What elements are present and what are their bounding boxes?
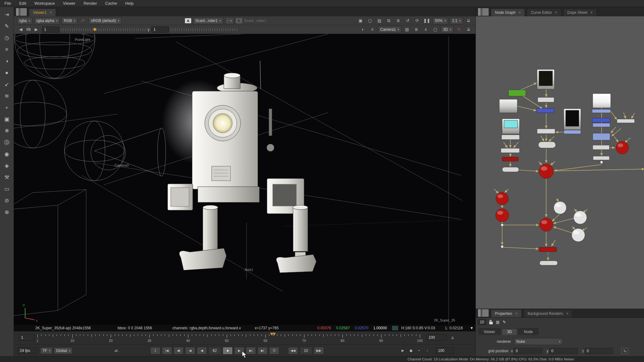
green-node[interactable] [508, 90, 526, 96]
read-node[interactable] [564, 109, 581, 130]
export-icon[interactable]: ↓ [425, 348, 430, 353]
wipe-icon[interactable]: ⧉ [385, 18, 392, 24]
gamma-display-icon[interactable]: ▢ [366, 18, 374, 24]
hide-panels-icon[interactable]: ▧ [496, 320, 499, 324]
range-end-input[interactable]: 100 [436, 348, 454, 354]
tf-select[interactable]: TF▾ [40, 347, 53, 354]
elbow-dot[interactable] [600, 161, 603, 163]
collapse-toolbar-icon[interactable]: ⇊ [465, 18, 472, 24]
checkerboard-icon[interactable]: ▨ [375, 18, 383, 24]
status-caret-icon[interactable]: ▼ [470, 326, 474, 330]
monitor-output-icon[interactable]: ▣ [357, 18, 364, 24]
viewer-lut-select[interactable]: sRGB (default)▾ [89, 17, 121, 24]
play-forward-button[interactable]: ▶ [234, 347, 244, 354]
gray-node[interactable] [593, 145, 609, 150]
panel-menu-icon[interactable] [16, 8, 27, 16]
tab-background-renders[interactable]: Background Renders× [524, 310, 573, 317]
white-sphere-node[interactable] [554, 201, 566, 214]
timeline-ruler[interactable]: 1102030405060708090100 [36, 332, 423, 344]
global-select[interactable]: Global▾ [54, 347, 72, 354]
view-mode-select[interactable]: 3D▾ [441, 26, 453, 33]
draw-node-icon[interactable]: ✎ [2, 21, 12, 31]
filter-node-icon[interactable]: ● [2, 68, 12, 78]
menu-viewer[interactable]: Viewer [63, 1, 75, 6]
menu-render[interactable]: Render [84, 1, 97, 6]
elbow-dot[interactable] [501, 245, 503, 248]
subtab-viewer[interactable]: Viewer [478, 328, 500, 335]
collapse-toolbar-icon[interactable]: ⇊ [465, 26, 472, 33]
node-graph-canvas[interactable] [476, 16, 644, 309]
frame-increment-input[interactable]: 10 [300, 347, 312, 354]
input-process-toggle[interactable]: IP [79, 18, 87, 24]
lightblue-node[interactable] [593, 123, 610, 127]
toolsets-node-icon[interactable]: ⚒ [2, 172, 12, 183]
update-icon[interactable]: ⟳ [413, 18, 421, 24]
gray-node[interactable] [537, 129, 555, 134]
current-frame-display[interactable]: 62 [208, 347, 221, 354]
lightblue-node[interactable] [592, 109, 611, 113]
zoom-select[interactable]: 50%▾ [433, 17, 448, 24]
alpha-select[interactable]: rgba.alpha▾ [34, 17, 60, 24]
other-node-icon[interactable]: ▭ [2, 184, 12, 194]
play-backward-button[interactable]: ◀ [185, 347, 195, 354]
gain-slider[interactable] [61, 27, 146, 32]
white-box-node[interactable] [593, 94, 611, 108]
refresh-icon[interactable]: ↺ [404, 18, 411, 24]
deep-node-icon[interactable]: Ⓓ [2, 137, 12, 148]
gain-input[interactable]: 1 [42, 26, 59, 33]
snap-grid-icon[interactable]: # [369, 26, 376, 33]
tab-dope-sheet[interactable]: Dope Sheet× [563, 8, 597, 16]
lightblue-node[interactable] [593, 133, 610, 140]
gain-prev-icon[interactable]: ◀ [17, 26, 25, 33]
stop-button[interactable]: ■ [223, 347, 233, 354]
particles-node-icon[interactable]: ❄ [2, 126, 12, 136]
menu-cache[interactable]: Cache [105, 1, 117, 6]
proxy-select[interactable]: 1:1▾ [450, 17, 463, 24]
range-out-input[interactable]: 100 [426, 334, 447, 341]
dot-node[interactable] [540, 261, 558, 265]
tab-node-graph[interactable]: Node Graph× [491, 8, 525, 16]
max-panels-input[interactable]: 10 [478, 319, 486, 325]
pause-icon[interactable]: ❚❚ [423, 18, 431, 24]
close-icon[interactable]: × [555, 10, 557, 15]
red-merge-node[interactable] [539, 164, 553, 178]
close-icon[interactable]: × [515, 311, 518, 316]
transform-node-icon[interactable]: + [2, 102, 12, 113]
menu-help[interactable]: Help [125, 1, 134, 6]
elbow-dot[interactable] [501, 224, 503, 226]
red-merge-node[interactable] [540, 218, 553, 231]
decrement-frame-button[interactable]: ◀◀ [288, 347, 298, 354]
gain-next-icon[interactable]: ▶ [32, 26, 40, 33]
lightblue-node[interactable] [564, 130, 581, 134]
grid-x-input[interactable]: 0 [514, 348, 542, 354]
close-icon[interactable]: × [50, 10, 52, 15]
range-start-button[interactable]: 1 [150, 347, 160, 354]
play-mode-icon[interactable]: ⇄. [114, 348, 119, 353]
red-merge-node[interactable] [496, 192, 508, 205]
range-in-input[interactable]: 1 [19, 334, 35, 341]
menu-workspace[interactable]: Workspace [34, 1, 55, 6]
mask-brush-icon[interactable]: ✎ [455, 26, 463, 33]
white-sphere-node[interactable] [572, 228, 585, 242]
gray-box-node[interactable] [499, 99, 517, 113]
monitor-node[interactable] [502, 119, 519, 134]
loop-mode-button[interactable]: O [269, 347, 279, 354]
color-node-icon[interactable]: ◑ [2, 56, 12, 66]
lock-icon[interactable]: ▪ [416, 348, 422, 353]
close-icon[interactable]: × [519, 10, 521, 15]
white-sphere-node[interactable] [574, 211, 587, 224]
gray-node[interactable] [501, 148, 519, 153]
subtab-3d[interactable]: 3D [502, 328, 517, 335]
step-forward-button[interactable]: ▶| [246, 347, 256, 354]
dot-node[interactable] [538, 142, 556, 148]
tab-viewer1[interactable]: Viewer1 × [29, 8, 56, 16]
render-mode-icon[interactable]: ▤ [403, 26, 411, 33]
axis-node-icon[interactable]: ⊕ [2, 207, 12, 217]
keyer-node-icon[interactable]: ↙ [2, 79, 12, 90]
renderer-select[interactable]: Nuke ▾ [514, 338, 563, 345]
blue-node[interactable] [592, 118, 610, 122]
gray-node[interactable] [617, 119, 635, 123]
merge-node-icon[interactable]: ≋ [2, 91, 12, 101]
dot-node[interactable] [502, 167, 519, 172]
3d-viewport[interactable]: Y x PointLight Camera3 Axis1 2K_Super_35 [14, 34, 475, 325]
